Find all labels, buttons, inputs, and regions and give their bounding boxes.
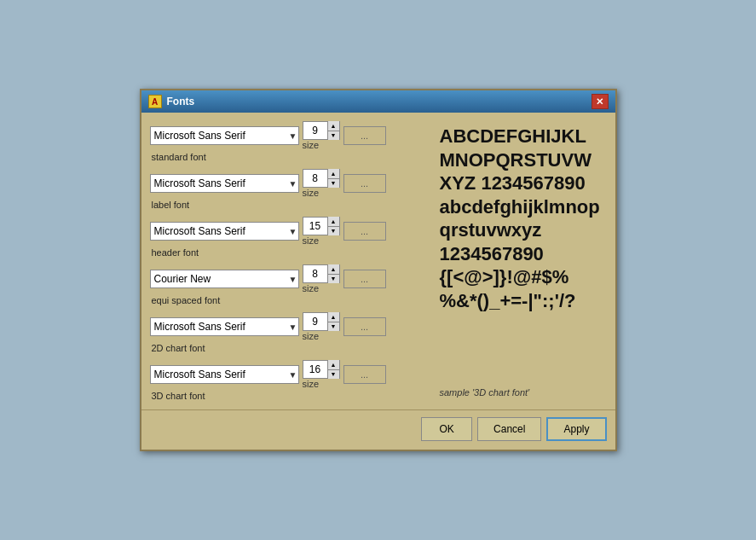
size-input-chart3d[interactable] <box>303 362 327 377</box>
spin-down-chart2d[interactable]: ▼ <box>328 322 339 332</box>
size-input-chart2d[interactable] <box>303 314 327 329</box>
close-button[interactable]: ✕ <box>592 94 609 109</box>
font-row-header: Microsoft Sans Serif Arial Courier New ▼… <box>150 217 428 258</box>
font-row-standard: Microsoft Sans Serif Arial Courier New ▼… <box>150 121 428 162</box>
size-label-header: size <box>303 235 320 246</box>
font-row-equi: Courier New Microsoft Sans Serif Arial ▼… <box>150 264 428 305</box>
size-input-label[interactable] <box>303 171 327 186</box>
spin-down-standard[interactable]: ▼ <box>328 131 339 141</box>
font-row-chart3d: Microsoft Sans Serif Arial Courier New ▼… <box>150 360 428 401</box>
font-select-chart3d[interactable]: Microsoft Sans Serif Arial Courier New <box>150 365 299 384</box>
spin-down-equi[interactable]: ▼ <box>328 275 339 284</box>
font-select-label[interactable]: Microsoft Sans Serif Arial Courier New <box>150 174 299 193</box>
font-label-label: label font <box>152 200 428 210</box>
font-select-standard[interactable]: Microsoft Sans Serif Arial Courier New <box>150 126 299 145</box>
apply-button[interactable]: Apply <box>546 417 606 441</box>
font-label-header: header font <box>152 247 428 258</box>
spin-up-standard[interactable]: ▲ <box>328 121 339 131</box>
spin-up-chart2d[interactable]: ▲ <box>328 312 339 322</box>
size-group-standard: ▲ ▼ size <box>303 121 340 150</box>
font-select-wrapper-standard: Microsoft Sans Serif Arial Courier New ▼ <box>150 126 299 145</box>
spin-down-header[interactable]: ▼ <box>328 227 339 236</box>
size-label-standard: size <box>303 140 320 150</box>
spin-down-chart3d[interactable]: ▼ <box>328 370 339 380</box>
font-row-label: Microsoft Sans Serif Arial Courier New ▼… <box>150 169 428 210</box>
sample-caption: sample '3D chart font' <box>436 384 607 401</box>
spin-down-label[interactable]: ▼ <box>328 179 339 189</box>
font-select-header[interactable]: Microsoft Sans Serif Arial Courier New <box>150 222 299 241</box>
color-btn-label[interactable]: ... <box>343 174 386 193</box>
font-row-chart2d: Microsoft Sans Serif Arial Courier New ▼… <box>150 312 428 353</box>
size-label-equi: size <box>303 283 320 293</box>
spin-up-equi[interactable]: ▲ <box>328 264 339 275</box>
font-select-chart2d[interactable]: Microsoft Sans Serif Arial Courier New <box>150 317 299 336</box>
sample-text: ABCDEFGHIJKL MNOPQRSTUVW XYZ 1234567890 … <box>436 121 607 384</box>
size-group-chart2d: ▲ ▼ size <box>303 312 340 341</box>
font-select-equi[interactable]: Courier New Microsoft Sans Serif Arial <box>150 270 299 288</box>
color-btn-header[interactable]: ... <box>343 222 386 241</box>
spin-up-label[interactable]: ▲ <box>328 169 339 179</box>
spin-up-chart3d[interactable]: ▲ <box>328 360 339 370</box>
font-label-standard: standard font <box>152 152 428 162</box>
size-input-standard[interactable] <box>303 123 327 138</box>
color-btn-chart3d[interactable]: ... <box>343 365 386 384</box>
app-icon: A <box>148 95 162 108</box>
spin-standard: ▲ ▼ <box>327 121 339 140</box>
left-panel: Microsoft Sans Serif Arial Courier New ▼… <box>150 121 428 401</box>
dialog-body: Microsoft Sans Serif Arial Courier New ▼… <box>141 113 615 409</box>
dialog-footer: OK Cancel Apply <box>141 409 615 450</box>
size-label-chart2d: size <box>303 331 320 341</box>
fonts-dialog: A Fonts ✕ Microsoft Sans Serif Arial Cou… <box>140 89 617 451</box>
right-panel: ABCDEFGHIJKL MNOPQRSTUVW XYZ 1234567890 … <box>436 121 607 401</box>
size-group-equi: ▲ ▼ size <box>303 264 340 293</box>
title-bar-left: A Fonts <box>148 95 195 108</box>
size-group-header: ▲ ▼ size <box>303 217 340 246</box>
size-group-label: ▲ ▼ size <box>303 169 340 198</box>
font-label-chart3d: 3D chart font <box>152 391 428 401</box>
font-label-equi: equi spaced font <box>152 295 428 305</box>
spin-up-header[interactable]: ▲ <box>328 217 339 227</box>
color-btn-standard[interactable]: ... <box>343 126 386 145</box>
font-label-chart2d: 2D chart font <box>152 343 428 353</box>
cancel-button[interactable]: Cancel <box>477 417 541 441</box>
size-label-label: size <box>303 188 320 198</box>
size-label-chart3d: size <box>303 379 320 389</box>
size-input-header[interactable] <box>303 218 327 234</box>
color-btn-equi[interactable]: ... <box>343 270 386 288</box>
dialog-title: Fonts <box>167 96 195 107</box>
size-group-chart3d: ▲ ▼ size <box>303 360 340 389</box>
size-input-equi[interactable] <box>303 266 327 282</box>
ok-button[interactable]: OK <box>421 417 472 441</box>
title-bar: A Fonts ✕ <box>141 90 615 113</box>
color-btn-chart2d[interactable]: ... <box>343 317 386 336</box>
